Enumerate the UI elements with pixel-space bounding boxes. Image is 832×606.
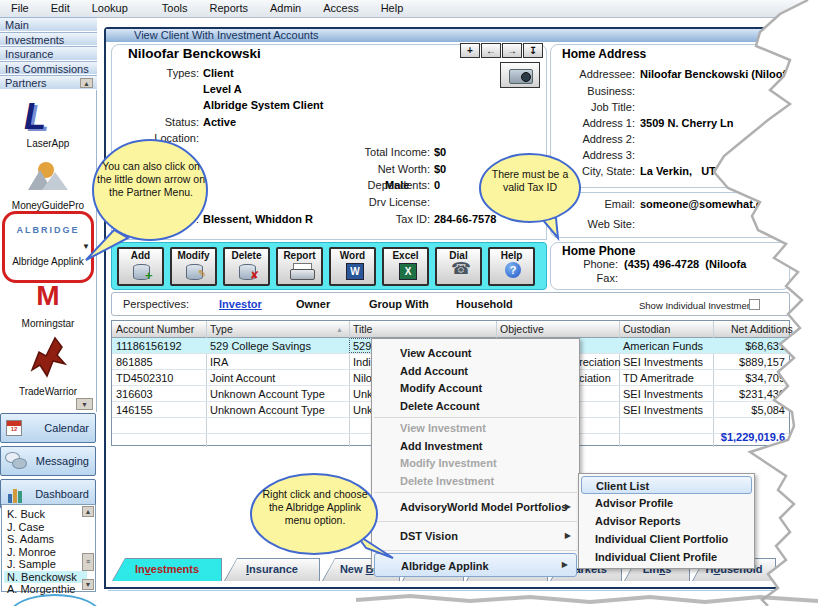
morningstar-label[interactable]: Morningstar: [0, 318, 96, 329]
torn-bottom-shadow: [356, 596, 818, 602]
delete-button[interactable]: Delete ✘: [223, 247, 270, 286]
menu-item-view-investment: View Investment: [372, 420, 579, 438]
show-individual-checkbox[interactable]: [749, 299, 760, 310]
total-income-value: $0: [434, 146, 446, 158]
submenu-arrow-icon: ▶: [565, 495, 571, 519]
menu-item-add-account[interactable]: Add Account: [372, 363, 579, 381]
menu-item-add-investment[interactable]: Add Investment: [372, 438, 579, 456]
perspective-group-with[interactable]: Group With: [369, 298, 429, 310]
cell-type: Joint Account: [210, 372, 275, 384]
list-item[interactable]: J. Case: [4, 521, 85, 534]
perspective-household[interactable]: Household: [456, 298, 513, 310]
calendar-button[interactable]: 12 Calendar: [0, 413, 96, 443]
perspective-owner[interactable]: Owner: [296, 298, 330, 310]
record-prev-button[interactable]: ←: [481, 43, 501, 58]
list-item[interactable]: J. Sample: [4, 558, 85, 571]
total-value: $1,229,019.6: [721, 431, 785, 443]
cell-type: Unknown Account Type: [210, 388, 325, 400]
tradewarrior-logo-icon[interactable]: [26, 334, 70, 380]
types-label: Types:: [111, 67, 199, 79]
sort-asc-icon: ▲: [336, 326, 343, 333]
sidebar-item-main[interactable]: Main: [0, 17, 97, 32]
client-list-scroll-thumb[interactable]: ≡: [82, 553, 94, 571]
menu-item-dst-vision[interactable]: DST Vision▶: [372, 524, 579, 548]
menu-edit[interactable]: Edit: [40, 0, 81, 17]
partner-scroll-down-icon[interactable]: ▼: [76, 398, 93, 410]
menu-reports[interactable]: Reports: [198, 0, 259, 17]
address1-value: 3509 N. Cherry Ln: [640, 117, 734, 129]
col-title[interactable]: Title: [353, 323, 372, 335]
submenu-item-individual-client-profile[interactable]: Individual Client Profile: [579, 548, 754, 566]
laserapp-logo-icon[interactable]: L: [24, 96, 74, 136]
dashboard-icon: [8, 487, 26, 503]
col-custodian[interactable]: Custodian: [623, 323, 670, 335]
menu-tools[interactable]: Tools: [151, 0, 199, 17]
tab-investments[interactable]: Investments: [113, 559, 221, 581]
sidebar-item-insurance[interactable]: Insurance: [0, 46, 97, 61]
submenu-item-client-list[interactable]: Client List: [581, 476, 752, 494]
right-fragment: Sh: [800, 300, 812, 311]
window-titlebar[interactable]: View Client With Investment Accounts: [106, 29, 832, 42]
table-header[interactable]: Account Number Type ▲ Title Objective Cu…: [112, 321, 789, 338]
menu-separator: [374, 492, 577, 493]
list-item[interactable]: J. Monroe: [4, 546, 85, 559]
menu-separator: [374, 521, 577, 522]
excel-button[interactable]: Excel X: [382, 247, 429, 286]
email-value[interactable]: someone@somewhat.co: [640, 198, 769, 210]
menu-item-modify-account[interactable]: Modify Account: [372, 380, 579, 398]
partners-collapse-icon[interactable]: ▲: [80, 78, 93, 88]
menu-lookup[interactable]: Lookup: [81, 0, 139, 17]
fax-label: Fax:: [550, 272, 618, 284]
menu-admin[interactable]: Admin: [259, 0, 312, 17]
menu-item-advisoryworld[interactable]: AdvisoryWorld Model Portfolios▶: [372, 495, 579, 519]
cell-net: $889,157: [739, 356, 785, 368]
calendar-icon: 12: [6, 420, 22, 436]
help-button[interactable]: Help ?: [488, 247, 535, 286]
submenu-item-advisor-reports[interactable]: Advisor Reports: [579, 512, 754, 530]
submenu-item-individual-client-portfolio[interactable]: Individual Client Portfolio: [579, 530, 754, 548]
sidebar-item-ins-commissions[interactable]: Ins Commissions: [0, 61, 97, 76]
col-account-number[interactable]: Account Number: [116, 323, 194, 335]
window-shadow-line: [108, 590, 780, 591]
cell-account: 861885: [116, 356, 153, 368]
client-type-3: Albridge System Client: [203, 99, 323, 111]
menu-item-delete-account[interactable]: Delete Account: [372, 398, 579, 416]
menu-item-albridge-applink[interactable]: Albridge Applink▶: [374, 553, 577, 577]
dial-button[interactable]: Dial ☎: [435, 247, 482, 286]
record-first-button[interactable]: +: [460, 43, 480, 58]
word-button[interactable]: Word W: [329, 247, 376, 286]
menu-file[interactable]: File: [0, 0, 40, 17]
job-title-label: Job Title:: [550, 101, 635, 113]
messaging-icon: [5, 452, 25, 470]
record-last-button[interactable]: ↧: [523, 43, 543, 58]
sidebar-item-investments[interactable]: Investments: [0, 32, 97, 47]
col-type[interactable]: Type: [210, 323, 233, 335]
perspective-investor[interactable]: Investor: [219, 298, 262, 310]
col-net-additions[interactable]: Net Additions: [731, 323, 793, 335]
messaging-button[interactable]: Messaging: [0, 446, 96, 476]
menu-separator: [374, 550, 577, 551]
menu-item-view-account[interactable]: View Account: [372, 345, 579, 363]
client-list-scroll-up-icon[interactable]: ▲: [82, 506, 94, 517]
moneyguidepro-logo-icon[interactable]: [28, 162, 68, 194]
show-individual-label: Show Individual Investments: [639, 300, 759, 311]
cell-net: $34,709: [745, 372, 785, 384]
list-item[interactable]: K. Buck: [4, 508, 85, 521]
cell-net: $231,436: [739, 388, 785, 400]
list-item[interactable]: S. Adams: [4, 533, 85, 546]
morningstar-logo-icon[interactable]: M: [0, 280, 96, 312]
photo-button[interactable]: [500, 62, 540, 88]
submenu-arrow-icon: ▶: [565, 524, 571, 548]
client-list-scroll-down-icon[interactable]: ▼: [82, 579, 94, 590]
menu-access[interactable]: Access: [312, 0, 369, 17]
menu-help[interactable]: Help: [370, 0, 415, 17]
help-button-label: Help: [490, 250, 533, 261]
perspectives-label: Perspectives:: [123, 298, 189, 310]
col-objective[interactable]: Objective: [500, 323, 544, 335]
submenu-item-advisor-profile[interactable]: Advisor Profile: [579, 494, 754, 512]
applink-submenu: Client List Advisor Profile Advisor Repo…: [578, 473, 755, 569]
report-button[interactable]: Report: [276, 247, 323, 286]
record-next-button[interactable]: →: [502, 43, 522, 58]
list-item-selected[interactable]: N. Benckowsk: [4, 571, 87, 584]
x-icon: ✘: [250, 270, 259, 280]
